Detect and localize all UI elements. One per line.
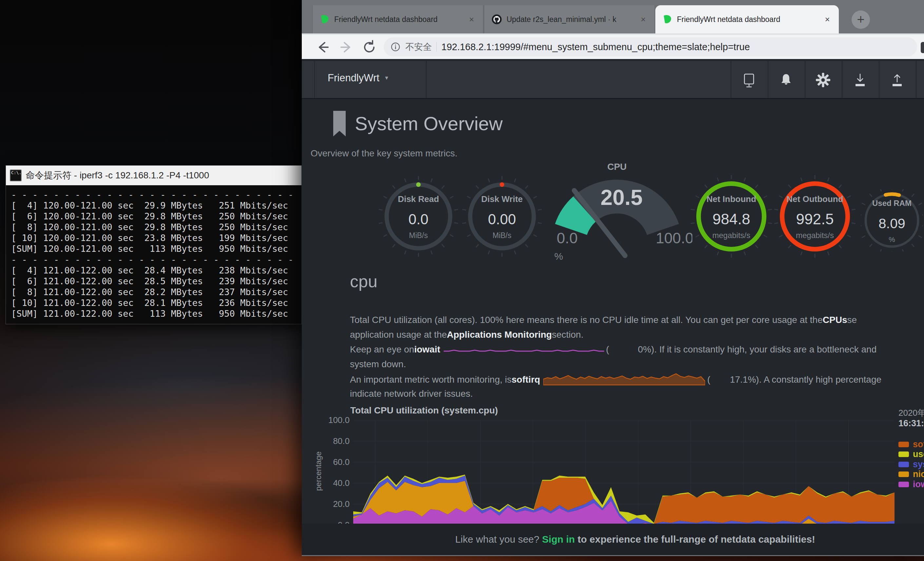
netdata-favicon-icon (663, 14, 672, 24)
tab-label: FriendlyWrt netdata dashboard (334, 15, 461, 24)
cpu-paragraph-line: application usage at the Applications Mo… (350, 328, 584, 341)
close-icon[interactable]: × (822, 14, 833, 25)
legend-item-system[interactable]: system (898, 460, 924, 468)
legend-item-nice[interactable]: nice (898, 470, 924, 478)
toolbar-edge-icon[interactable] (921, 42, 924, 53)
page-title: System Overview (355, 111, 502, 136)
chart-time: 16:31:2 (898, 418, 924, 429)
y-tick-label: 100.0 (314, 415, 350, 425)
url-separator (436, 42, 437, 52)
svg-text:megabits/s: megabits/s (796, 231, 834, 240)
legend-swatch (898, 462, 909, 467)
signin-banner: Like what you see? Sign in to experience… (302, 523, 924, 555)
legend-swatch (898, 451, 909, 457)
brand-dropdown[interactable]: FriendlyWrt ▼ (328, 72, 389, 84)
svg-text:984.8: 984.8 (712, 211, 750, 227)
brand-label: FriendlyWrt (328, 72, 380, 84)
chart-title: Total CPU utilization (system.cpu) (350, 405, 498, 416)
info-icon[interactable] (390, 42, 401, 52)
address-bar[interactable]: 不安全 192.168.2.1:19999/#menu_system_subme… (384, 38, 917, 56)
y-tick-label: 80.0 (314, 436, 350, 446)
monitor-icon[interactable] (740, 71, 758, 89)
legend-swatch (898, 471, 909, 477)
gauge-disk-read[interactable]: Disk Read0.0MiB/s (376, 174, 461, 260)
legend-item-softirq[interactable]: softirq (898, 440, 924, 448)
terminal-titlebar[interactable]: C:\. 命令提示符 - iperf3 -c 192.168.1.2 -P4 -… (6, 165, 302, 185)
chevron-down-icon: ▼ (384, 75, 389, 81)
gauge-used-ram[interactable]: Used RAM8.09% (861, 189, 923, 253)
terminal-window[interactable]: C:\. 命令提示符 - iperf3 -c 192.168.1.2 -P4 -… (6, 165, 302, 324)
softirq-sparkline[interactable] (543, 373, 705, 386)
section-header: System Overview (333, 111, 502, 136)
netdata-favicon-icon (320, 14, 330, 24)
svg-text:CPU: CPU (607, 162, 627, 172)
netdata-dashboard: FriendlyWrt ▼ (302, 59, 924, 555)
svg-text:0.0: 0.0 (408, 211, 428, 227)
bell-icon[interactable] (777, 71, 795, 89)
back-button[interactable] (315, 39, 331, 55)
tab-label: Update r2s_lean_minimal.yml · k (507, 15, 633, 24)
tab-netdata-2-active[interactable]: FriendlyWrt netdata dashboard × (656, 5, 839, 33)
legend-swatch (898, 482, 909, 487)
browser-window: FriendlyWrt netdata dashboard × Update r… (302, 0, 924, 556)
svg-text:20.5: 20.5 (601, 185, 642, 209)
signin-link[interactable]: Sign in (542, 534, 575, 544)
security-label[interactable]: 不安全 (405, 41, 432, 53)
legend-item-user[interactable]: user (898, 450, 924, 458)
url-text[interactable]: 192.168.2.1:19999/#menu_system_submenu_c… (441, 42, 750, 53)
y-axis-label: percentage (314, 455, 323, 491)
svg-text:Disk Read: Disk Read (398, 194, 439, 204)
svg-text:0.0: 0.0 (557, 230, 578, 247)
tab-label: FriendlyWrt netdata dashboard (677, 15, 817, 24)
terminal-title: 命令提示符 - iperf3 -c 192.168.1.2 -P4 -t1000 (26, 169, 209, 182)
cpu-paragraph-line: system down. (350, 358, 406, 371)
cpu-utilization-chart[interactable] (353, 420, 894, 525)
netdata-navbar: FriendlyWrt ▼ (302, 61, 924, 99)
svg-text:Net Outbound: Net Outbound (786, 194, 843, 204)
svg-text:Net Inbound: Net Inbound (706, 194, 756, 204)
page-subtitle: Overview of the key system metrics. (310, 148, 458, 159)
close-icon[interactable]: × (466, 14, 477, 25)
close-icon[interactable]: × (638, 14, 649, 25)
svg-text:%: % (554, 251, 563, 262)
tab-github[interactable]: Update r2s_lean_minimal.yml · k × (484, 5, 655, 33)
svg-text:100.0: 100.0 (656, 230, 692, 247)
svg-text:992.5: 992.5 (796, 211, 834, 227)
svg-text:Disk Write: Disk Write (482, 194, 523, 204)
chart-date: 2020年3 (898, 407, 924, 419)
desktop: { "terminal": { "title": "命令提示符 - iperf3… (0, 0, 924, 561)
gauge-net-inbound[interactable]: Net Inbound984.8megabits/s (689, 174, 774, 260)
gear-icon[interactable] (814, 71, 832, 89)
svg-text:0.00: 0.00 (488, 211, 516, 227)
legend-swatch (898, 442, 909, 447)
legend-item-iowait[interactable]: iowait (898, 480, 924, 488)
tab-netdata-1[interactable]: FriendlyWrt netdata dashboard × (312, 5, 483, 33)
new-tab-button[interactable]: + (852, 11, 870, 29)
gauge-net-outbound[interactable]: Net Outbound992.5megabits/s (772, 174, 858, 260)
svg-text:megabits/s: megabits/s (712, 231, 750, 240)
terminal-text: - - - - - - - - - - - - - - - - - - - - … (11, 189, 302, 319)
signin-prefix: Like what you see? (455, 534, 542, 544)
bookmark-icon (333, 111, 346, 136)
reload-button[interactable] (362, 39, 377, 55)
gauge-cpu[interactable]: CPU20.50.0100.0% (542, 157, 692, 270)
cpu-paragraph-line-iowait: Keep an eye on iowait (0%). If it is con… (350, 343, 876, 356)
cpu-paragraph-line: Total CPU utilization (all cores). 100% … (350, 313, 857, 326)
terminal-output[interactable]: - - - - - - - - - - - - - - - - - - - - … (6, 185, 302, 324)
signin-suffix: to experience the full-range of netdata … (575, 534, 815, 544)
iowait-sparkline[interactable] (444, 346, 604, 354)
tab-strip: FriendlyWrt netdata dashboard × Update r… (302, 0, 924, 33)
svg-text:8.09: 8.09 (879, 216, 905, 231)
github-favicon-icon (492, 14, 502, 25)
svg-text:MiB/s: MiB/s (409, 231, 428, 240)
forward-button[interactable] (339, 39, 354, 55)
svg-text:%: % (889, 235, 895, 244)
y-tick-label: 20.0 (314, 499, 350, 509)
browser-toolbar: 不安全 192.168.2.1:19999/#menu_system_subme… (302, 33, 924, 59)
import-download-icon[interactable] (851, 71, 869, 89)
gauge-disk-write[interactable]: Disk Write0.00MiB/s (459, 174, 544, 260)
cmd-icon: C:\. (10, 170, 22, 181)
cpu-paragraph-line: indicate network driver issues. (350, 387, 473, 400)
export-upload-icon[interactable] (888, 71, 906, 89)
svg-text:MiB/s: MiB/s (492, 231, 512, 240)
